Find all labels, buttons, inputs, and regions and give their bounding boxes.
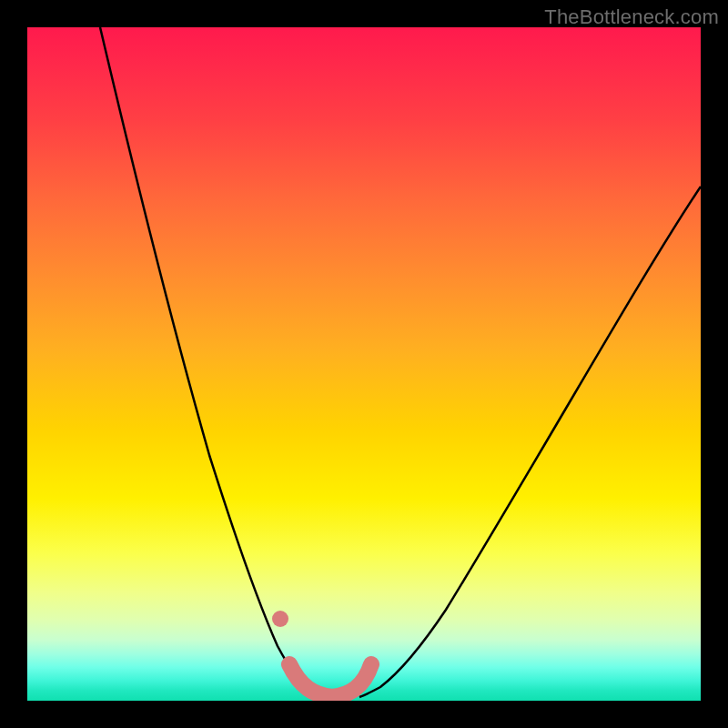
plot-area — [27, 27, 701, 701]
curve-right-branch — [359, 187, 701, 697]
bottom-u-overlay — [289, 664, 371, 697]
chart-svg — [27, 27, 701, 701]
chart-frame: TheBottleneck.com — [0, 0, 728, 728]
isolated-marker-icon — [272, 611, 288, 627]
curve-left-branch — [100, 27, 314, 697]
watermark-text: TheBottleneck.com — [544, 5, 719, 29]
